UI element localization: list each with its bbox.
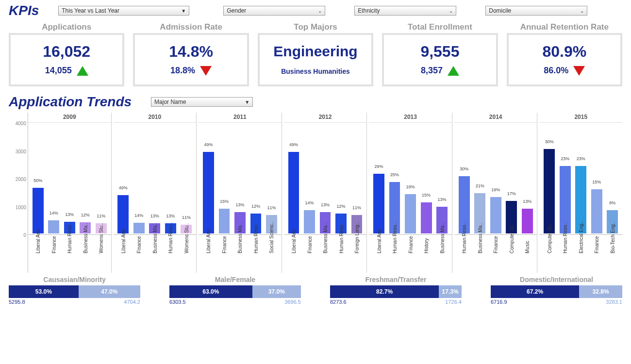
- trends-header: Application Trends Major Name ▼: [9, 94, 622, 110]
- major-name-dropdown-label: Major Name: [154, 99, 186, 105]
- domicile-dropdown-label: Domicile: [489, 7, 511, 14]
- bar-category-label: Business Ma..: [233, 237, 247, 273]
- chart-bar[interactable]: 14%: [47, 123, 61, 233]
- panel-year: 2014: [454, 113, 537, 123]
- trend-up-icon: [448, 66, 459, 76]
- bar-rect: [591, 189, 602, 233]
- bar-category-label: Human Reso..: [164, 237, 178, 273]
- bar-rect: [421, 202, 432, 233]
- ratio-title: Domestic/International: [491, 276, 622, 283]
- bar-category-label: Computer Sc..: [504, 237, 518, 273]
- kpi-box: 9,555 8,357: [382, 33, 498, 86]
- bar-pct-label: 17%: [507, 191, 516, 196]
- bar-category-label: Business Ma..: [473, 237, 487, 273]
- bar-pct-label: 11%: [267, 205, 276, 210]
- chart-bar[interactable]: 30%: [457, 123, 471, 233]
- chart-bar[interactable]: 15%: [419, 123, 433, 233]
- kpi-prev-value: 18.8%: [170, 66, 195, 76]
- gender-dropdown[interactable]: Gender ⌄: [223, 6, 325, 16]
- bar-rect: [490, 197, 501, 233]
- bar-category-label: Computer Sc..: [542, 237, 556, 273]
- chart-bar[interactable]: 23%: [558, 123, 572, 233]
- chart-bar[interactable]: 49%: [116, 123, 131, 233]
- chart-bar[interactable]: 13%: [63, 123, 77, 233]
- chart-bar[interactable]: 19%: [489, 123, 503, 233]
- chart-bar[interactable]: 13%: [318, 123, 332, 233]
- kpi-prev-value: 8,357: [421, 66, 443, 76]
- ratio-values: 6303.53696.5: [169, 299, 301, 305]
- y-tick: 0: [23, 232, 26, 238]
- chart-bar[interactable]: 30%: [542, 123, 556, 233]
- kpi-prev: 86.0%: [512, 66, 617, 76]
- chart-bar[interactable]: 11%: [180, 123, 194, 233]
- chart-bar[interactable]: 49%: [201, 123, 216, 233]
- bar-pct-label: 14%: [50, 211, 58, 215]
- ratio-bar[interactable]: 82.7%17.3%: [330, 285, 462, 298]
- major-name-dropdown[interactable]: Major Name ▼: [151, 97, 253, 107]
- chart-bar[interactable]: 13%: [435, 123, 449, 233]
- bar-pct-label: 13%: [321, 202, 330, 207]
- chart-panel: 201530%23%23%15%8%Computer Sc..Human Res…: [539, 113, 622, 273]
- chart-bar[interactable]: 12%: [249, 123, 263, 233]
- bar-category-label: Social Scienc..: [265, 237, 279, 273]
- chart-bar[interactable]: 13%: [148, 123, 162, 233]
- chart-bar[interactable]: 15%: [217, 123, 232, 233]
- bar-category-label: Human Reso..: [558, 237, 572, 273]
- bar-pct-label: 15%: [422, 193, 431, 198]
- kpi-admission-rate: Admission Rate 14.8% 18.8%: [133, 22, 249, 86]
- bar-category-label: Human Reso..: [457, 237, 471, 273]
- chart-bar[interactable]: 17%: [504, 123, 518, 233]
- y-tick: 4000: [16, 121, 26, 126]
- compare-dropdown-label: This Year vs Last Year: [62, 7, 119, 14]
- bar-pct-label: 19%: [491, 187, 500, 192]
- chart-bar[interactable]: 11%: [350, 123, 364, 233]
- chart-panels: 200950%14%13%12%11%Liberal ArtsFinanceHu…: [28, 113, 622, 273]
- kpi-value: 80.9%: [512, 43, 617, 61]
- chart-bar[interactable]: 19%: [403, 123, 417, 233]
- bar-category-label: Finance: [47, 237, 61, 273]
- chart-bar[interactable]: 25%: [388, 123, 402, 233]
- compare-dropdown[interactable]: This Year vs Last Year ▼: [58, 6, 189, 16]
- domicile-dropdown[interactable]: Domicile ⌄: [485, 6, 587, 16]
- panel-labels: Liberal ArtsFinanceBusiness Ma..Human Re…: [114, 235, 197, 273]
- ratio-bar[interactable]: 63.0%37.0%: [169, 285, 301, 298]
- chart-bar[interactable]: 8%: [606, 123, 620, 233]
- bar-pct-label: 12%: [251, 204, 260, 209]
- kpi-value: 9,555: [387, 43, 493, 61]
- bar-pct-label: 14%: [134, 213, 143, 218]
- ratio-card: Domestic/International67.2%32.8%6716.932…: [491, 276, 622, 305]
- ratio-value-b: 3696.5: [284, 299, 301, 305]
- ratio-bar[interactable]: 67.2%32.8%: [491, 285, 622, 298]
- chart-bar[interactable]: 13%: [233, 123, 247, 233]
- chevron-down-icon: ▼: [245, 99, 249, 105]
- bar-pct-label: 19%: [406, 184, 415, 189]
- chart-bar[interactable]: 14%: [132, 123, 146, 233]
- ratio-seg-b: 32.8%: [579, 285, 622, 298]
- panel-bars: 30%23%23%15%8%: [539, 123, 622, 235]
- ratio-value-b: 1726.4: [445, 299, 462, 305]
- chart-bar[interactable]: 15%: [590, 123, 604, 233]
- kpi-cards: Applications 16,052 14,055 Admission Rat…: [9, 22, 622, 86]
- chart-bar[interactable]: 29%: [372, 123, 386, 233]
- bar-category-label: Human Reso..: [249, 237, 263, 273]
- chart-bar[interactable]: 14%: [302, 123, 316, 233]
- chart-bar[interactable]: 11%: [94, 123, 108, 233]
- chart-bar[interactable]: 13%: [520, 123, 534, 233]
- chart-bar[interactable]: 13%: [164, 123, 178, 233]
- panel-bars: 29%25%19%15%13%: [369, 123, 452, 235]
- bar-rect: [219, 209, 230, 233]
- chart-bar[interactable]: 50%: [31, 123, 45, 233]
- ratio-bars: Causasian/Minority53.0%47.0%5295.84704.2…: [9, 276, 622, 305]
- y-tick: 3000: [16, 149, 26, 154]
- bar-pct-label: 13%: [438, 197, 447, 202]
- chart-bar[interactable]: 11%: [265, 123, 279, 233]
- chart-bar[interactable]: 23%: [574, 123, 588, 233]
- ratio-bar[interactable]: 53.0%47.0%: [9, 285, 140, 298]
- chart-bar[interactable]: 12%: [334, 123, 348, 233]
- ethnicity-dropdown[interactable]: Ethnicity ⌄: [354, 6, 456, 16]
- ethnicity-dropdown-label: Ethnicity: [358, 7, 380, 14]
- chart-bar[interactable]: 49%: [287, 123, 301, 233]
- bar-category-label: Liberal Arts: [287, 237, 301, 273]
- chart-bar[interactable]: 21%: [473, 123, 487, 233]
- chart-bar[interactable]: 12%: [79, 123, 93, 233]
